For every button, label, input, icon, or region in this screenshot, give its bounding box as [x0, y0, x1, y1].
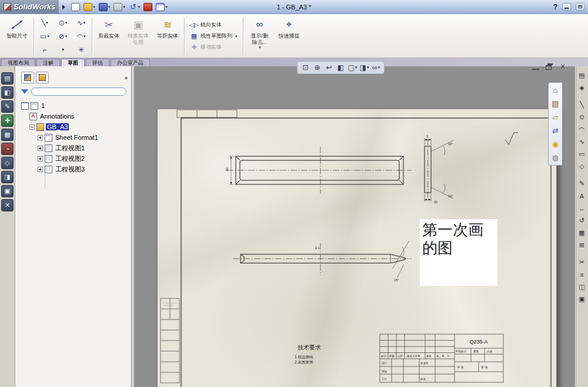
half-square-icon[interactable]: ◨ [1, 171, 14, 183]
view-orientation-icon[interactable]: ▢ [347, 62, 358, 73]
ellipse-tool-button[interactable]: ⊘ [54, 30, 72, 43]
dimension-icon[interactable]: ↔ [576, 203, 587, 214]
add-view-icon[interactable]: ⊞ [576, 240, 587, 251]
pencil-icon[interactable]: ✎ [1, 100, 14, 113]
offset-entities-button[interactable]: ≋ 等距实体 [153, 16, 182, 56]
app-logo[interactable]: SolidWorks [0, 0, 59, 14]
panel-expand-chevron-icon[interactable]: » [124, 75, 128, 81]
tree-item-drawing-view2[interactable]: 工程视图2 [19, 153, 131, 164]
drawing-sheet[interactable]: 40 2 10° 10° 2 [157, 109, 557, 387]
half-shade-icon[interactable]: ◧ [1, 86, 14, 99]
tab-view-layout[interactable]: 视图布局 [1, 59, 35, 66]
expand-plus-icon[interactable] [38, 135, 43, 140]
save-button[interactable] [98, 1, 112, 13]
undo-button[interactable]: ↺ [128, 1, 142, 13]
smart-dimension-button[interactable]: 智能尺寸 [2, 16, 32, 56]
tree-filter-input[interactable] [31, 88, 126, 96]
section-view-icon[interactable]: ◧ [335, 62, 346, 73]
diamond-icon[interactable]: ◈ [576, 82, 587, 93]
maximize-button[interactable] [576, 3, 584, 11]
grid-icon[interactable]: ▦ [1, 129, 14, 141]
design-library-icon[interactable]: ▤ [550, 99, 560, 109]
transfer-arrows-icon[interactable]: ⇄ [550, 126, 560, 136]
sheet-properties-button[interactable] [155, 1, 169, 13]
fillet-tool-button[interactable]: ⌐ [36, 43, 54, 56]
quick-snap-button[interactable]: ⌖ 快速捕捉 [275, 16, 304, 56]
expand-plus-icon[interactable] [38, 146, 43, 151]
spline-tool-button[interactable]: ∿ [72, 16, 90, 29]
tab-sketch[interactable]: 草图 [61, 59, 85, 66]
tree-item-annotations[interactable]: Annotations [19, 111, 131, 122]
text-icon[interactable]: A [576, 190, 587, 201]
split-view-icon[interactable]: ◫ [576, 281, 587, 292]
mirror-entities-button[interactable]: ◁▷ 镜向实体 [188, 20, 239, 30]
circle-tool-button[interactable]: ⊙ [54, 16, 72, 29]
lightbulb-icon[interactable]: ◉ [550, 139, 560, 149]
doc-restore-button[interactable] [544, 63, 554, 71]
tree-item-root[interactable]: 1 [19, 100, 131, 111]
polygon-icon[interactable]: ◇ [576, 161, 587, 172]
zoom-fit-icon[interactable]: ⊡ [300, 62, 311, 73]
trim-entities-button[interactable]: ✂ 剪裁实体 [94, 16, 123, 56]
property-manager-tab[interactable] [36, 72, 49, 83]
tree-item-gb-a3[interactable]: GB_A3 [19, 122, 131, 132]
move-entities-button[interactable]: ✚ 移动实体 [188, 42, 239, 52]
help-button[interactable]: ? [553, 3, 557, 11]
line-tool-button[interactable]: ╲ [36, 16, 54, 29]
close-x-icon[interactable]: ✕ [1, 199, 14, 211]
rebuild-button[interactable] [142, 1, 153, 13]
filled-square-icon[interactable]: ▣ [1, 185, 14, 197]
plus-icon[interactable]: ✚ [1, 115, 14, 127]
diamond-icon[interactable]: ◇ [1, 157, 14, 169]
arc-tool-button[interactable]: ◠ [72, 30, 90, 43]
tree-item-drawing-view3[interactable]: 工程视图3 [19, 164, 131, 174]
circle-icon[interactable]: ⊙ [576, 112, 587, 123]
note-line2[interactable]: 的图 [422, 240, 453, 257]
home-icon[interactable]: ⌂ [550, 85, 560, 95]
layers-icon[interactable]: ▤ [576, 70, 587, 81]
tree-item-sheet-format1[interactable]: Sheet Format1 [19, 132, 131, 143]
line-icon[interactable]: ╲ [576, 99, 587, 110]
pencil-icon[interactable]: ✎ [576, 178, 587, 189]
spline-icon[interactable]: ∿ [576, 136, 587, 147]
tab-evaluate[interactable]: 评估 [86, 59, 109, 66]
graphics-area[interactable]: 40 2 10° 10° 2 [134, 66, 575, 387]
tree-item-drawing-view1[interactable]: 工程视图1 [19, 143, 131, 153]
display-delete-relations-button[interactable]: ∞ 显示/删除几... [245, 16, 275, 56]
centerline-tool-button[interactable]: ✳ [72, 43, 90, 56]
open-button[interactable] [82, 1, 96, 13]
tab-office-products[interactable]: 办公室产品 [111, 59, 150, 66]
convert-entities-button[interactable]: ▣ 转换实体引用 [123, 16, 153, 56]
linear-sketch-pattern-button[interactable]: ▦ 线性草图阵列 [188, 31, 239, 41]
new-document-button[interactable] [70, 1, 81, 13]
print-button[interactable] [112, 1, 126, 13]
appearances-sphere-icon[interactable]: ◍ [550, 153, 560, 163]
rotate-icon[interactable]: ↺ [576, 215, 587, 226]
point-tool-button[interactable]: • [54, 43, 72, 56]
layers-icon[interactable]: ▤ [1, 72, 14, 85]
doc-minimize-button[interactable] [531, 63, 540, 71]
file-explorer-folder-icon[interactable]: ▱ [550, 112, 560, 122]
tab-annotations[interactable]: 注解 [36, 59, 60, 66]
zoom-area-icon[interactable]: ⊕ [312, 62, 323, 73]
collapse-expander-icon[interactable] [29, 124, 35, 130]
list-icon[interactable]: ≡ [576, 269, 587, 280]
rectangle-tool-button[interactable]: ▭ [36, 30, 54, 43]
clock-quarter-icon[interactable]: ◔ [1, 143, 14, 155]
hide-show-items-icon[interactable]: ∞ [370, 62, 382, 73]
menu-expand-arrow-icon[interactable] [62, 5, 65, 9]
pattern-tools-stack: ◁▷ 镜向实体 ▦ 线性草图阵列 ✚ 移动实体 [186, 16, 241, 56]
doc-close-button[interactable] [558, 63, 567, 71]
display-style-icon[interactable]: ◨ [359, 62, 370, 73]
filled-square-icon[interactable]: ▣ [576, 294, 587, 305]
note-line1[interactable]: 第一次画 [422, 221, 483, 238]
arc-icon[interactable]: ◠ [576, 124, 587, 135]
previous-view-icon[interactable]: ↩ [323, 62, 335, 73]
expand-plus-icon[interactable] [38, 167, 43, 172]
grid-icon[interactable]: ▦ [576, 227, 587, 238]
rectangle-icon[interactable]: ▭ [576, 149, 587, 160]
minimize-button[interactable] [562, 3, 571, 11]
expand-plus-icon[interactable] [38, 156, 43, 161]
trim-icon[interactable]: ✂ [576, 257, 587, 268]
feature-manager-tab[interactable] [21, 72, 34, 83]
